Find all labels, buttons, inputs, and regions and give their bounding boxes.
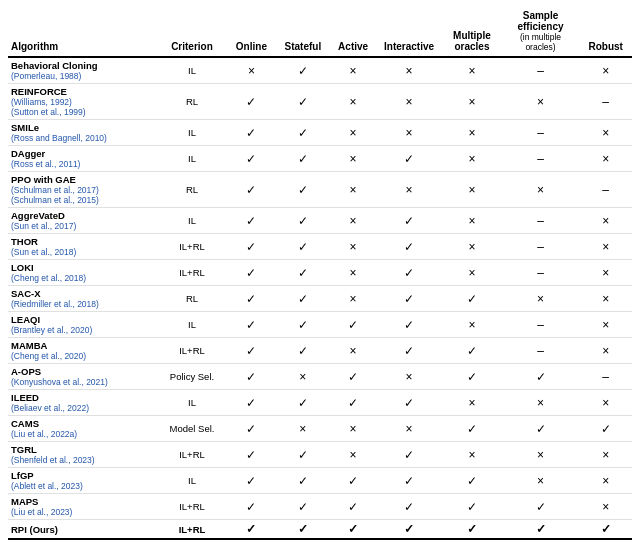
table-row: DAgger(Ross et al., 2011)IL✓✓×✓×–× [8,146,632,172]
stateful-cell: ✓ [275,442,330,468]
sample_efficiency-cell: × [502,84,580,120]
interactive-symbol: ✓ [404,344,414,358]
robust-symbol: × [602,448,609,462]
sample_efficiency-cell: – [502,208,580,234]
robust-cell: × [579,146,632,172]
multiple_oracles-symbol: × [468,214,475,228]
online-symbol: ✓ [246,240,256,254]
stateful-cell: ✓ [275,146,330,172]
online-cell: ✓ [227,120,275,146]
multiple_oracles-cell: × [442,57,501,84]
stateful-symbol: ✓ [298,214,308,228]
algorithm-cell: REINFORCE(Williams, 1992)(Sutton et al.,… [8,84,157,120]
algorithm-ref: (Brantley et al., 2020) [11,325,154,335]
sample_efficiency-cell: – [502,260,580,286]
stateful-cell: ✓ [275,120,330,146]
sample_efficiency-symbol: – [537,240,544,254]
sample_efficiency-symbol: × [537,396,544,410]
stateful-cell: ✓ [275,208,330,234]
algorithm-cell: A-OPS(Konyushova et al., 2021) [8,364,157,390]
stateful-symbol: ✓ [298,318,308,332]
table-row: TGRL(Shenfeld et al., 2023)IL+RL✓✓×✓××× [8,442,632,468]
algorithm-ref: (Pomerleau, 1988) [11,71,154,81]
active-cell: × [330,146,376,172]
online-cell: ✓ [227,442,275,468]
active-symbol: × [350,448,357,462]
active-cell: × [330,442,376,468]
stateful-symbol: ✓ [298,344,308,358]
header-active: Active [330,8,376,57]
header-sample-efficiency: Sample efficiency (in multiple oracles) [502,8,580,57]
multiple_oracles-cell: × [442,146,501,172]
criterion-cell: IL+RL [157,260,228,286]
interactive-symbol: ✓ [404,240,414,254]
stateful-cell: ✓ [275,312,330,338]
stateful-symbol: ✓ [298,266,308,280]
header-interactive: Interactive [376,8,442,57]
criterion-cell: IL [157,390,228,416]
algorithm-name: SMILe [11,122,154,133]
algorithm-name: A-OPS [11,366,154,377]
online-cell: ✓ [227,364,275,390]
stateful-cell: ✓ [275,260,330,286]
algorithm-ref: (Williams, 1992) [11,97,154,107]
table-row: THOR(Sun et al., 2018)IL+RL✓✓×✓×–× [8,234,632,260]
criterion-cell: IL [157,120,228,146]
sample_efficiency-symbol: ✓ [536,500,546,514]
algorithm-cell: PPO with GAE(Schulman et al., 2017)(Schu… [8,172,157,208]
robust-symbol: × [602,344,609,358]
sample_efficiency-symbol: × [537,183,544,197]
algorithm-name: REINFORCE [11,86,154,97]
online-cell: ✓ [227,172,275,208]
stateful-cell: ✓ [275,57,330,84]
online-cell: ✓ [227,208,275,234]
algorithm-ref: (Sun et al., 2018) [11,247,154,257]
table-row: AggreVateD(Sun et al., 2017)IL✓✓×✓×–× [8,208,632,234]
interactive-cell: ✓ [376,390,442,416]
interactive-cell: × [376,364,442,390]
interactive-symbol: ✓ [404,522,414,536]
interactive-cell: ✓ [376,260,442,286]
algorithm-name: MAMBA [11,340,154,351]
stateful-symbol: ✓ [298,152,308,166]
algorithm-cell: SMILe(Ross and Bagnell, 2010) [8,120,157,146]
active-cell: × [330,338,376,364]
interactive-symbol: ✓ [404,214,414,228]
sample_efficiency-symbol: ✓ [536,422,546,436]
table-row: LfGP(Ablett et al., 2023)IL✓✓✓✓✓×× [8,468,632,494]
online-symbol: ✓ [246,422,256,436]
algorithm-ref: (Schulman et al., 2017) [11,185,154,195]
active-symbol: × [350,126,357,140]
algorithm-ref: (Sutton et al., 1999) [11,107,154,117]
stateful-cell: ✓ [275,84,330,120]
interactive-cell: × [376,172,442,208]
table-row: SAC-X(Riedmiller et al., 2018)RL✓✓×✓✓×× [8,286,632,312]
interactive-symbol: × [406,64,413,78]
stateful-cell: ✓ [275,468,330,494]
sample_efficiency-symbol: – [537,266,544,280]
online-cell: ✓ [227,234,275,260]
robust-symbol: × [602,500,609,514]
sample_efficiency-cell: ✓ [502,416,580,442]
robust-symbol: × [602,266,609,280]
active-symbol: × [350,95,357,109]
stateful-cell: × [275,416,330,442]
interactive-cell: ✓ [376,520,442,540]
multiple_oracles-symbol: × [468,318,475,332]
criterion-cell: Policy Sel. [157,364,228,390]
robust-cell: × [579,390,632,416]
sample_efficiency-cell: – [502,338,580,364]
online-symbol: ✓ [246,183,256,197]
interactive-symbol: ✓ [404,152,414,166]
multiple_oracles-cell: ✓ [442,468,501,494]
table-row: Behavioral Cloning(Pomerleau, 1988)IL×✓×… [8,57,632,84]
stateful-symbol: × [299,422,306,436]
sample_efficiency-cell: × [502,172,580,208]
algorithm-ref: (Ablett et al., 2023) [11,481,154,491]
active-symbol: × [350,183,357,197]
active-symbol: ✓ [348,522,358,536]
stateful-cell: ✓ [275,494,330,520]
active-cell: × [330,120,376,146]
sample_efficiency-symbol: – [537,214,544,228]
robust-cell: ✓ [579,520,632,540]
